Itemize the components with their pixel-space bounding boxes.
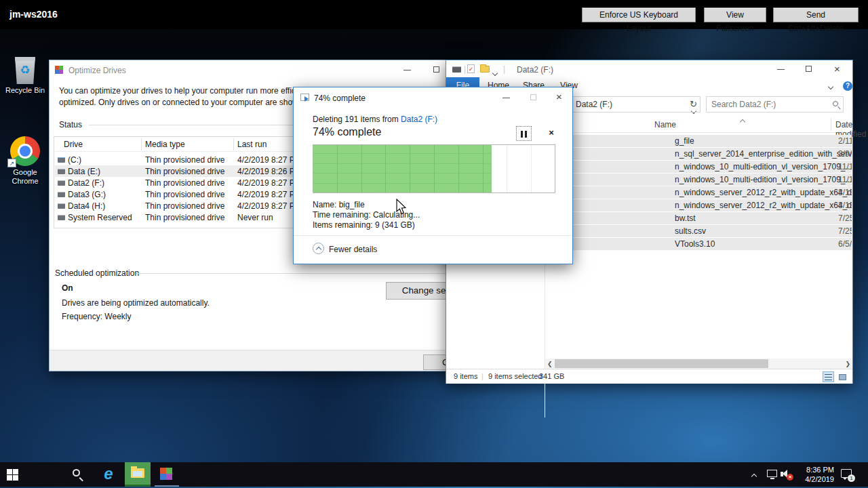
file-row[interactable]: sults.csv 7/25/2018 7:25 PM CSV File (547, 225, 852, 237)
file-date: 3/13/2018 1:02 PM (838, 201, 852, 210)
drive-name: Data4 (H:) (68, 201, 105, 211)
screen: jm-ws2016 Enforce US Keyboard Layout Vie… (0, 0, 868, 488)
operation-description: Deleting 191 items from Data2 (F:) (313, 115, 437, 124)
search-input[interactable]: Search Data2 (F:) (706, 96, 844, 113)
column-header-media-type[interactable]: Media type (145, 140, 185, 149)
file-explorer-taskbar-button[interactable] (125, 462, 151, 487)
drive-icon (58, 157, 65, 163)
dialog-close-button[interactable]: × (556, 94, 562, 100)
file-row[interactable]: g_file 2/11/2019 6:01 PM Text Docu (547, 135, 852, 147)
drive-icon (58, 169, 65, 174)
drive-last-run: 4/2/2019 8:27 PM (237, 155, 302, 165)
delete-progress-dialog: 74% complete × Deleting 191 items from D… (293, 87, 573, 264)
dialog-minimize-button[interactable] (502, 98, 510, 98)
optimize-drives-app-icon (55, 66, 63, 74)
column-header-last-run[interactable]: Last run (237, 140, 267, 149)
file-date: 3/9/2018 8:10 AM (838, 149, 852, 159)
optimize-window-title: Optimize Drives (68, 66, 126, 75)
file-row[interactable]: bw.tst 7/25/2018 7:25 PM TST File (547, 212, 852, 224)
drive-icon (58, 203, 65, 209)
windows-logo-icon (7, 469, 18, 481)
column-divider[interactable] (831, 118, 831, 131)
taskbar-clock[interactable]: 8:36 PM 4/2/2019 (799, 465, 834, 484)
file-row[interactable]: n_windows_10_multi-edition_vl_version_17… (547, 174, 852, 186)
send-ctrl-alt-delete-button[interactable]: Send Ctrl+Alt+Delete (773, 7, 859, 22)
scheduled-section-rule (136, 273, 475, 274)
file-name: g_file (675, 136, 694, 146)
desktop-icon-google-chrome[interactable]: ↗ Google Chrome (3, 136, 47, 186)
chrome-icon: ↗ (10, 136, 40, 166)
internet-explorer-button[interactable]: e (98, 462, 119, 487)
drive-icon (58, 215, 65, 220)
large-icons-view-button[interactable] (837, 371, 848, 382)
explorer-close-button[interactable]: × (834, 66, 840, 73)
optimize-footer (50, 350, 482, 371)
qat-properties-icon[interactable]: ✓ (467, 64, 475, 73)
items-selected: 9 items selected (488, 372, 542, 380)
tray-show-hidden-icons-chevron[interactable] (752, 471, 756, 481)
dialog-title: 74% complete (314, 94, 366, 103)
desktop-icon-recycle-bin[interactable]: ♻ Recycle Bin (3, 57, 47, 95)
file-name: n_windows_server_2012_r2_with_update_x64… (675, 188, 852, 197)
network-icon[interactable] (767, 470, 777, 477)
drive-icon (58, 180, 65, 186)
explorer-minimize-button[interactable] (777, 69, 785, 70)
fewer-details-label[interactable]: Fewer details (329, 245, 377, 254)
file-row[interactable]: VTools3.10 6/5/2018 11:17 AM Windows (547, 238, 852, 250)
enforce-keyboard-button[interactable]: Enforce US Keyboard Layout (582, 7, 696, 22)
clock-time: 8:36 PM (799, 465, 834, 474)
explorer-drive-icon (452, 66, 461, 73)
file-row[interactable]: n_windows_server_2012_r2_with_update_x64… (547, 199, 852, 211)
scheduled-optimization-label: Scheduled optimization (55, 268, 139, 278)
scrollbar-thumb[interactable] (555, 359, 768, 368)
scroll-right-icon[interactable]: ❯ (845, 361, 850, 367)
qat-customize-chevron-icon[interactable] (493, 68, 497, 77)
drive-name: Data3 (G:) (68, 190, 106, 199)
pause-button[interactable] (516, 126, 532, 141)
column-divider[interactable] (233, 138, 234, 150)
operation-target-link[interactable]: Data2 (F:) (401, 115, 437, 124)
optimize-maximize-button[interactable] (433, 66, 439, 73)
optimize-minimize-button[interactable] (403, 70, 411, 70)
drive-media: Thin provisioned drive (145, 178, 224, 188)
optimize-drives-taskbar-button[interactable] (155, 462, 179, 487)
file-date: 2/11/2019 6:01 PM (838, 136, 852, 146)
status-section-label: Status (59, 120, 82, 129)
chrome-label: Google Chrome (5, 168, 45, 186)
status-separator: | (481, 372, 484, 380)
file-name: VTools3.10 (675, 239, 715, 249)
drive-name: Data2 (F:) (68, 178, 104, 188)
qat-separator: | (464, 64, 466, 74)
taskbar-search-button[interactable] (33, 462, 57, 487)
file-row[interactable]: n_windows_server_2012_r2_with_update_x64… (547, 186, 852, 199)
file-row[interactable]: n_windows_10_multi-edition_vl_version_17… (547, 161, 852, 173)
refresh-button[interactable]: ↻ (687, 96, 701, 113)
horizontal-scrollbar[interactable]: ❮ ❯ (545, 359, 852, 369)
ribbon-collapse-chevron-icon[interactable] (829, 81, 833, 91)
progress-fill (313, 145, 492, 192)
drive-last-run: 4/2/2019 8:27 PM (237, 190, 302, 199)
fewer-details-chevron-icon[interactable] (313, 243, 324, 254)
cancel-operation-icon[interactable]: × (546, 127, 557, 138)
recycle-bin-label: Recycle Bin (3, 86, 47, 95)
address-bar[interactable]: Data2 (F:) (570, 96, 701, 113)
file-name-line: Name: big_file (313, 200, 365, 209)
column-header-drive[interactable]: Drive (64, 140, 83, 149)
view-fullscreen-button[interactable]: View Fullscreen (704, 7, 766, 22)
optimize-description-line2: optimized. Only drives on or connected t… (59, 98, 305, 107)
help-icon[interactable]: ? (843, 81, 852, 91)
details-view-button[interactable] (823, 371, 834, 382)
explorer-maximize-button[interactable] (806, 66, 812, 72)
scroll-left-icon[interactable]: ❮ (547, 361, 553, 367)
column-divider[interactable] (141, 138, 142, 150)
task-view-button[interactable] (62, 462, 87, 487)
drive-name: Data (E:) (68, 167, 100, 176)
clock-date: 4/2/2019 (799, 474, 834, 484)
start-button[interactable] (0, 462, 27, 487)
column-header-name[interactable]: Name (654, 120, 676, 129)
operation-text: Deleting 191 items from (313, 115, 401, 124)
drive-media: Thin provisioned drive (145, 190, 224, 199)
qat-new-folder-icon[interactable] (480, 66, 490, 73)
file-row[interactable]: n_sql_server_2014_enterprise_edition_wit… (547, 148, 852, 160)
taskbar: e × 8:36 PM 4/2/2019 1 (0, 462, 868, 487)
